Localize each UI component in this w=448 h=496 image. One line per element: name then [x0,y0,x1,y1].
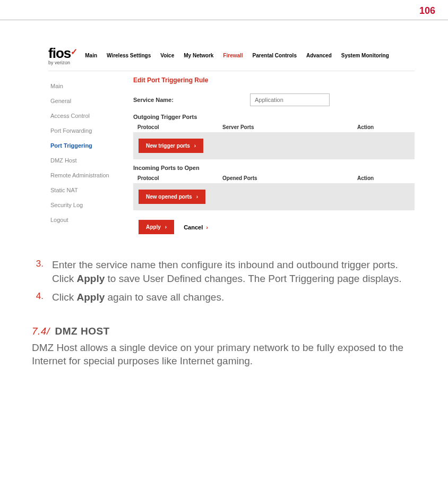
step4-part-a: Click [52,292,76,303]
outgoing-title: Outgoing Trigger Ports [133,114,415,120]
col-protocol-2: Protocol [137,175,222,181]
panel-title: Edit Port Triggering Rule [133,76,415,84]
outgoing-table-head: Protocol Server Ports Action [133,122,415,132]
verizon-check-icon: ✓ [71,47,77,56]
new-opened-ports-label: New opened ports [146,194,192,200]
step-text-3: Enter the service name then configure it… [52,258,416,285]
router-admin-screenshot: fios✓ by verizon Main Wireless Settings … [42,41,420,240]
col-action: Action [357,124,410,130]
col-action-2: Action [357,175,410,181]
nav-wireless[interactable]: Wireless Settings [107,53,151,58]
incoming-title: Incoming Ports to Open [133,165,415,171]
chevron-right-icon: › [196,194,198,200]
col-protocol: Protocol [137,124,222,130]
col-opened-ports: Opened Ports [222,175,357,181]
divider-line [0,20,448,20]
step3-bold: Apply [76,273,105,284]
logo-subtext: by verizon [48,61,77,65]
step-number-4: 4. [32,290,52,304]
cancel-label: Cancel [184,224,203,230]
list-item: 3. Enter the service name then configure… [32,258,416,285]
step-text-4: Click Apply again to save all changes. [52,290,416,304]
sidebar-item-logout[interactable]: Logout [50,212,128,227]
new-opened-ports-button[interactable]: New opened ports › [139,190,205,204]
apply-button[interactable]: Apply › [139,220,174,234]
nav-voice[interactable]: Voice [160,53,174,58]
col-server-ports: Server Ports [222,124,357,130]
chevron-right-icon: › [206,224,208,230]
service-name-input[interactable] [250,93,330,106]
step4-part-c: again to save all changes. [105,292,224,303]
sidebar-item-access-control[interactable]: Access Control [50,108,128,123]
nav-advanced[interactable]: Advanced [306,53,332,58]
logo-text: fios [48,45,71,61]
sidebar-item-dmz-host[interactable]: DMZ Host [50,153,128,168]
sidebar-item-main[interactable]: Main [50,79,128,93]
page-number: 106 [0,0,448,20]
sidebar-item-general[interactable]: General [50,93,128,108]
nav-sysmon[interactable]: System Monitoring [341,53,389,58]
section-heading: 7.4/ DMZ HOST [0,320,448,341]
nav-divider [48,71,415,71]
logo: fios✓ by verizon [48,46,77,65]
nav-firewall[interactable]: Firewall [223,53,243,58]
nav-mynetwork[interactable]: My Network [184,53,213,58]
sidebar: Main General Access Control Port Forward… [43,73,128,240]
sidebar-item-port-forwarding[interactable]: Port Forwarding [50,123,128,138]
sidebar-item-security-log[interactable]: Security Log [50,198,128,212]
chevron-right-icon: › [194,143,196,149]
step-number-3: 3. [32,258,52,285]
sidebar-item-static-nat[interactable]: Static NAT [50,183,128,198]
new-trigger-ports-button[interactable]: New trigger ports › [139,139,203,153]
cancel-button[interactable]: Cancel › [184,224,208,230]
sidebar-item-remote-admin[interactable]: Remote Administration [50,168,128,183]
list-item: 4. Click Apply again to save all changes… [32,290,416,304]
section-body: DMZ Host allows a single device on your … [0,341,448,378]
apply-label: Apply [146,224,161,230]
nav-parental[interactable]: Parental Controls [253,53,297,58]
section-title: DMZ HOST [55,326,109,337]
step4-bold: Apply [76,292,105,303]
nav-main[interactable]: Main [85,53,97,58]
new-trigger-ports-label: New trigger ports [146,143,190,149]
service-name-label: Service Name: [133,97,239,103]
top-nav: Main Wireless Settings Voice My Network … [85,46,389,58]
sidebar-item-port-triggering[interactable]: Port Triggering [50,138,128,153]
chevron-right-icon: › [165,224,167,230]
content-panel: Edit Port Triggering Rule Service Name: … [128,73,420,240]
section-number: 7.4/ [32,326,50,337]
incoming-table-head: Protocol Opened Ports Action [133,173,415,183]
outgoing-row: New trigger ports › [133,132,415,159]
incoming-row: New opened ports › [133,183,415,210]
instruction-list: 3. Enter the service name then configure… [0,258,448,320]
step3-part-c: to save User Defined changes. The Port T… [105,273,401,284]
